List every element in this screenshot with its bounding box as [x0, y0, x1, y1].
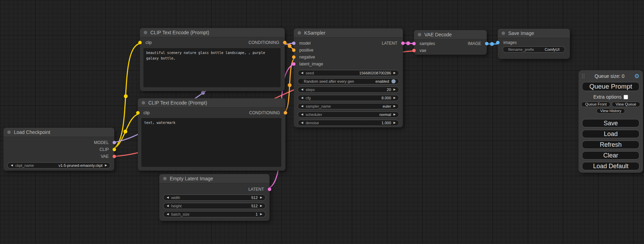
- widget-height[interactable]: ◀ height 512 ▶: [163, 203, 266, 209]
- link-midpoint-dot: [288, 44, 292, 48]
- decrement-arrow-icon[interactable]: ◀: [301, 97, 303, 99]
- latent-output-port[interactable]: [401, 42, 405, 45]
- increment-arrow-icon[interactable]: ▶: [394, 97, 396, 99]
- widget-width[interactable]: ◀ width 512 ▶: [163, 195, 266, 201]
- widget-value: euler: [382, 104, 391, 108]
- image-output-port[interactable]: [485, 42, 488, 45]
- widget-steps[interactable]: ◀ steps 20 ▶: [298, 87, 399, 93]
- widget-filename-prefix[interactable]: filename_prefix ComfyUI: [503, 46, 565, 53]
- widget-value: 512: [251, 204, 257, 208]
- increment-arrow-icon[interactable]: ▶: [260, 196, 262, 199]
- node-title: CLIP Text Encode (Prompt): [148, 100, 207, 106]
- widget-ckpt-name[interactable]: ◀ ckpt_name v1-5-pruned-emaonly.ckpt ▶: [7, 162, 111, 169]
- widget-seed[interactable]: ◀ seed 156680208700286 ▶: [298, 70, 399, 76]
- widget-sampler-name[interactable]: ◀ sampler_name euler ▶: [298, 103, 399, 109]
- collapse-dot-icon[interactable]: [418, 33, 421, 36]
- positive-input-port[interactable]: [292, 48, 295, 52]
- model-output-port[interactable]: [113, 141, 116, 144]
- node-clip-text-encode-positive[interactable]: CLIP Text Encode (Prompt) clip CONDITION…: [140, 28, 285, 91]
- node-title: CLIP Text Encode (Prompt): [150, 30, 209, 35]
- queue-panel: Queue size: 0 ⚙ Queue Prompt Extra optio…: [579, 70, 643, 173]
- toggle-enabled-icon[interactable]: [391, 79, 396, 83]
- conditioning-output-port[interactable]: [283, 41, 286, 44]
- widget-value: 1.000: [381, 121, 391, 125]
- drag-handle-icon[interactable]: [582, 74, 585, 79]
- node-vae-decode[interactable]: VAE Decode samples IMAGE vae: [414, 30, 487, 55]
- model-input-port[interactable]: [292, 42, 295, 45]
- widget-scheduler[interactable]: ◀ scheduler normal ▶: [298, 111, 399, 118]
- increment-arrow-icon[interactable]: ▶: [260, 205, 262, 207]
- extra-options-checkbox[interactable]: [624, 95, 628, 99]
- clip-input-port[interactable]: [136, 111, 140, 115]
- negative-input-port[interactable]: [292, 55, 295, 59]
- widget-label: scheduler: [306, 112, 322, 117]
- node-save-image[interactable]: Save Image images filename_prefix ComfyU…: [498, 29, 570, 59]
- vae-output-port[interactable]: [113, 155, 116, 158]
- increment-arrow-icon[interactable]: ▶: [260, 213, 262, 216]
- output-label: CONDITIONING: [249, 110, 280, 115]
- clip-input-port[interactable]: [138, 41, 142, 44]
- link-midpoint-dot: [288, 83, 292, 87]
- positive-prompt-textarea[interactable]: beautiful scenery nature glass bottle la…: [143, 48, 281, 87]
- increment-arrow-icon[interactable]: ▶: [394, 88, 396, 91]
- decrement-arrow-icon[interactable]: ◀: [301, 113, 303, 116]
- vae-input-port[interactable]: [412, 49, 416, 52]
- load-default-button[interactable]: Load Default: [582, 162, 639, 170]
- decrement-arrow-icon[interactable]: ◀: [301, 121, 303, 124]
- link-midpoint-dot: [490, 42, 494, 46]
- decrement-arrow-icon[interactable]: ◀: [301, 88, 303, 91]
- widget-label: cfg: [306, 96, 311, 100]
- node-title: KSampler: [304, 30, 325, 36]
- increment-arrow-icon[interactable]: ▶: [105, 164, 107, 167]
- collapse-dot-icon[interactable]: [298, 31, 301, 35]
- samples-input-port[interactable]: [412, 42, 416, 45]
- decrement-arrow-icon[interactable]: ◀: [167, 213, 169, 216]
- widget-random-seed-toggle[interactable]: Random seed after every gen enabled: [298, 78, 399, 84]
- node-ksampler[interactable]: KSampler model LATENT positive negative …: [294, 28, 403, 127]
- collapse-dot-icon[interactable]: [502, 31, 505, 35]
- conditioning-output-port[interactable]: [284, 111, 287, 115]
- decrement-arrow-icon[interactable]: ◀: [11, 164, 13, 167]
- widget-label: batch_size: [171, 212, 189, 216]
- view-history-button[interactable]: View History: [597, 108, 625, 114]
- negative-prompt-textarea[interactable]: text, watermark: [141, 118, 281, 167]
- node-load-checkpoint[interactable]: Load Checkpoint MODEL CLIP VAE ◀ ckpt_na…: [3, 128, 114, 171]
- view-queue-button[interactable]: View Queue: [612, 102, 640, 107]
- input-label: samples: [420, 41, 435, 46]
- decrement-arrow-icon[interactable]: ◀: [301, 72, 303, 74]
- images-input-port[interactable]: [496, 41, 500, 44]
- node-clip-text-encode-negative[interactable]: CLIP Text Encode (Prompt) clip CONDITION…: [138, 98, 285, 171]
- collapse-dot-icon[interactable]: [144, 31, 147, 34]
- input-label: negative: [299, 55, 315, 60]
- extra-options-label: Extra options: [593, 94, 622, 100]
- increment-arrow-icon[interactable]: ▶: [394, 113, 396, 116]
- latent-image-input-port[interactable]: [292, 62, 295, 66]
- collapse-dot-icon[interactable]: [7, 130, 11, 134]
- widget-batch-size[interactable]: ◀ batch_size 1 ▶: [163, 211, 266, 217]
- queue-prompt-button[interactable]: Queue Prompt: [582, 82, 639, 91]
- settings-gear-icon[interactable]: ⚙: [634, 73, 639, 79]
- link-midpoint-dot: [124, 130, 127, 134]
- widget-label: steps: [306, 88, 315, 92]
- increment-arrow-icon[interactable]: ▶: [394, 72, 396, 74]
- latent-output-port[interactable]: [268, 188, 271, 191]
- increment-arrow-icon[interactable]: ▶: [394, 105, 396, 108]
- decrement-arrow-icon[interactable]: ◀: [301, 105, 303, 108]
- collapse-dot-icon[interactable]: [142, 101, 145, 105]
- node-empty-latent-image[interactable]: Empty Latent Image LATENT ◀ width 512 ▶ …: [159, 174, 270, 221]
- clear-button[interactable]: Clear: [582, 151, 639, 160]
- decrement-arrow-icon[interactable]: ◀: [167, 196, 169, 199]
- output-label: VAE: [101, 154, 109, 159]
- clip-output-port[interactable]: [113, 148, 116, 151]
- collapse-dot-icon[interactable]: [163, 177, 167, 180]
- widget-value: enabled: [376, 79, 389, 83]
- widget-cfg[interactable]: ◀ cfg 8.000 ▶: [298, 95, 399, 101]
- widget-denoise[interactable]: ◀ denoise 1.000 ▶: [298, 120, 399, 126]
- queue-front-button[interactable]: Queue Front: [581, 102, 610, 107]
- load-button[interactable]: Load: [582, 130, 639, 138]
- node-title-bar: KSampler: [294, 28, 403, 38]
- refresh-button[interactable]: Refresh: [582, 141, 639, 149]
- decrement-arrow-icon[interactable]: ◀: [167, 205, 169, 207]
- increment-arrow-icon[interactable]: ▶: [394, 121, 396, 124]
- save-button[interactable]: Save: [582, 119, 639, 127]
